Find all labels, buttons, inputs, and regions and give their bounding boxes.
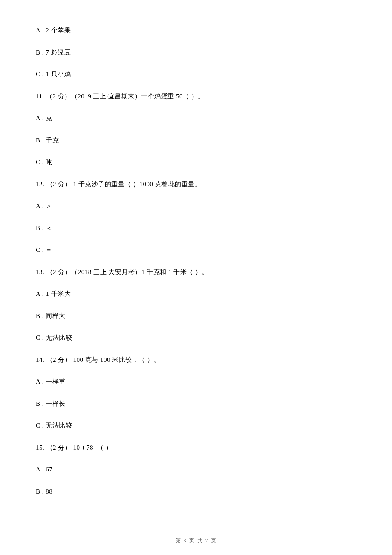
q14-stem: 14. （2 分） 100 克与 100 米比较，（ ）。 [36, 355, 356, 365]
q13-option-b: B . 同样大 [36, 311, 356, 321]
q11-option-c: C . 吨 [36, 157, 356, 167]
page-footer: 第 3 页 共 7 页 [0, 537, 392, 544]
q14-option-c: C . 无法比较 [36, 421, 356, 431]
q12-option-b: B . ＜ [36, 223, 356, 233]
q10-option-b: B . 7 粒绿豆 [36, 48, 356, 58]
q10-option-c: C . 1 只小鸡 [36, 69, 356, 79]
q11-option-a: A . 克 [36, 113, 356, 123]
q11-option-b: B . 千克 [36, 136, 356, 145]
q13-option-a: A . 1 千米大 [36, 289, 356, 299]
q12-stem: 12. （2 分） 1 千克沙子的重量（ ）1000 克棉花的重量。 [36, 179, 356, 189]
q15-stem: 15. （2 分） 10＋78=（ ） [36, 443, 356, 453]
q13-option-c: C . 无法比较 [36, 333, 356, 343]
document-page: A . 2 个苹果 B . 7 粒绿豆 C . 1 只小鸡 11. （2 分）（… [0, 0, 392, 555]
q12-option-c: C . ＝ [36, 245, 356, 255]
q13-stem: 13. （2 分）（2018 三上·大安月考）1 千克和 1 千米（ ）。 [36, 267, 356, 277]
q14-option-a: A . 一样重 [36, 377, 356, 387]
q14-option-b: B . 一样长 [36, 399, 356, 409]
q10-option-a: A . 2 个苹果 [36, 26, 356, 35]
q12-option-a: A . ＞ [36, 201, 356, 211]
q15-option-b: B . 88 [36, 487, 356, 497]
q15-option-a: A . 67 [36, 465, 356, 474]
q11-stem: 11. （2 分）（2019 三上·宜昌期末）一个鸡蛋重 50（ ）。 [36, 92, 356, 101]
